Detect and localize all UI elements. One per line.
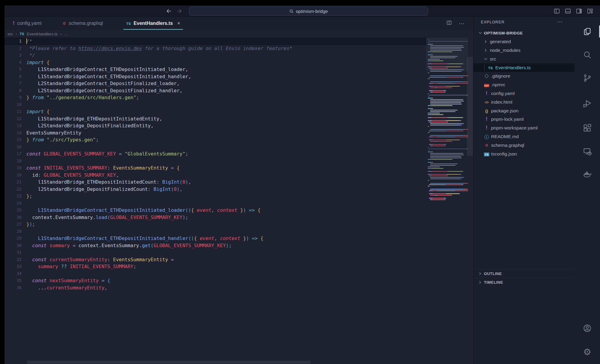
explorer-header: EXPLORER ⋯: [474, 17, 574, 27]
close-tab-icon[interactable]: ×: [177, 21, 180, 26]
code-line-16[interactable]: 16: [4, 144, 426, 151]
tree-file-package.json[interactable]: {}package.json: [474, 106, 574, 115]
tree-folder-src[interactable]: src: [474, 55, 574, 63]
nav-forward-icon[interactable]: [176, 8, 183, 14]
code-line-8[interactable]: 8 L2StandardBridgeContract_DepositFinali…: [4, 87, 426, 94]
tab-config.yaml[interactable]: !config.yaml: [8, 17, 47, 30]
search-icon[interactable]: [581, 48, 594, 61]
line-number: 8: [4, 87, 26, 94]
layout-customize-icon[interactable]: [587, 8, 593, 14]
vertical-scrollbar[interactable]: [467, 57, 473, 156]
source-control-icon[interactable]: [581, 71, 594, 84]
code-line-6[interactable]: 6 L1StandardBridgeContract_ETHDepositIni…: [4, 73, 426, 80]
code-line-28[interactable]: 28: [4, 228, 426, 235]
tab-schema.graphql[interactable]: ✡schema.graphql: [57, 17, 108, 30]
extensions-icon[interactable]: [581, 121, 594, 135]
tree-folder-generated[interactable]: generated: [474, 37, 574, 46]
tab-EventHandlers.ts[interactable]: TSEventHandlers.ts×: [121, 17, 186, 30]
tree-file-.npmrc[interactable]: npm.npmrc: [474, 81, 574, 89]
explorer-icon[interactable]: [581, 25, 594, 38]
code-line-12[interactable]: 12 L1StandardBridge_ETHDepositInitiatedE…: [4, 115, 426, 123]
code-line-34[interactable]: 34: [4, 270, 426, 277]
split-editor-icon[interactable]: [446, 20, 452, 27]
code-line-21[interactable]: 21 l1StandardBridge_ETHDepositInitiatedC…: [4, 179, 426, 186]
code-line-7[interactable]: 7 L2StandardBridgeContract_DepositFinali…: [4, 80, 426, 87]
tree-folder-node_modules[interactable]: node_modules: [474, 46, 574, 55]
line-number: 20: [4, 172, 26, 179]
breadcrumb-item[interactable]: EventHandlers.ts: [27, 32, 58, 36]
command-center-search[interactable]: optimism-bridge: [189, 7, 428, 16]
line-number: 29: [4, 235, 26, 242]
line-number: 7: [4, 80, 26, 87]
breadcrumb[interactable]: src›TSEventHandlers.ts›…: [4, 30, 473, 38]
code-line-33[interactable]: 33 summary ?? INITIAL_EVENTS_SUMMARY;: [4, 263, 426, 270]
tree-file-schema.graphql[interactable]: ✡schema.graphql: [474, 141, 574, 149]
code-line-2[interactable]: 2 *Please refer to https://docs.envio.de…: [4, 45, 426, 52]
tree-file-README.md[interactable]: iREADME.md: [474, 132, 574, 141]
line-number: 27: [4, 221, 26, 228]
line-content: /*: [26, 38, 32, 45]
section-label: OUTLINE: [484, 271, 502, 276]
code-line-1[interactable]: 1/*: [4, 38, 426, 45]
tree-file-config.yaml[interactable]: !config.yaml: [474, 89, 574, 98]
code-line-26[interactable]: 26 context.EventsSummary.load(GLOBAL_EVE…: [4, 214, 426, 221]
code-line-3[interactable]: 3 */: [4, 52, 426, 59]
code-line-17[interactable]: 17const GLOBAL_EVENTS_SUMMARY_KEY = "Glo…: [4, 150, 426, 158]
section-timeline[interactable]: TIMELINE: [474, 278, 574, 286]
code-editor[interactable]: 1/*2 *Please refer to https://docs.envio…: [4, 38, 473, 364]
tree-file-index.html[interactable]: <>index.html: [474, 98, 574, 106]
horizontal-scrollbar[interactable]: [27, 361, 310, 364]
panel-right-icon[interactable]: [576, 8, 582, 14]
code-line-35[interactable]: 35 const nextSummaryEntity = {: [4, 277, 426, 284]
code-line-4[interactable]: 4import {: [4, 59, 426, 66]
code-line-31[interactable]: 31: [4, 249, 426, 256]
breadcrumb-separator: ›: [16, 31, 17, 36]
tree-folder-OPTIMISM-BRIDGE[interactable]: OPTIMISM-BRIDGE: [474, 29, 574, 37]
code-line-18[interactable]: 18: [4, 158, 426, 165]
breadcrumb-item[interactable]: src: [8, 32, 13, 36]
code-line-19[interactable]: 19const INITIAL_EVENTS_SUMMARY: EventsSu…: [4, 164, 426, 172]
nav-back-icon[interactable]: [166, 8, 172, 14]
code-line-36[interactable]: 36 ...currentSummaryEntity,: [4, 284, 426, 291]
code-line-11[interactable]: 11import {: [4, 108, 426, 115]
panel-left-icon[interactable]: [554, 8, 560, 14]
account-icon[interactable]: [581, 321, 594, 335]
code-line-9[interactable]: 9} from "../generated/src/Handlers.gen";: [4, 94, 426, 101]
tree-file-EventHandlers.ts[interactable]: TSEventHandlers.ts: [474, 63, 574, 72]
ts-file-icon: TS: [20, 32, 24, 36]
code-line-5[interactable]: 5 L1StandardBridgeContract_ETHDepositIni…: [4, 66, 426, 73]
explorer-more-icon[interactable]: ⋯: [557, 19, 563, 25]
tree-file-pnpm-lock.yaml[interactable]: !pnpm-lock.yaml: [474, 115, 574, 124]
ts-file-icon: TS: [487, 65, 494, 70]
more-actions-icon[interactable]: ⋯: [459, 20, 465, 27]
breadcrumb-item[interactable]: …: [64, 32, 69, 36]
minimap[interactable]: [426, 38, 468, 223]
remote-explorer-icon[interactable]: [581, 145, 594, 158]
line-content: const INITIAL_EVENTS_SUMMARY: EventsSumm…: [26, 164, 180, 172]
code-line-25[interactable]: 25 L1StandardBridgeContract_ETHDepositIn…: [4, 207, 426, 214]
tree-file-.gitignore[interactable]: .gitignore: [474, 72, 574, 81]
section-outline[interactable]: OUTLINE: [474, 269, 574, 278]
line-content: const GLOBAL_EVENTS_SUMMARY_KEY = "Globa…: [26, 150, 188, 158]
code-line-22[interactable]: 22 l2StandardBridge_DepositFinalizedCoun…: [4, 186, 426, 193]
docker-icon[interactable]: [581, 168, 594, 181]
code-line-30[interactable]: 30 const summary = context.EventsSummary…: [4, 242, 426, 249]
code-line-29[interactable]: 29 L1StandardBridgeContract_ETHDepositIn…: [4, 235, 426, 242]
code-line-23[interactable]: 23};: [4, 193, 426, 200]
code-line-24[interactable]: 24: [4, 200, 426, 207]
code-line-10[interactable]: 10: [4, 101, 426, 108]
code-line-32[interactable]: 32 const currentSummaryEntity: EventsSum…: [4, 256, 426, 263]
settings-gear-icon[interactable]: ⚙: [581, 345, 594, 359]
code-line-15[interactable]: 15} from "./src/Types.gen";: [4, 136, 426, 144]
run-debug-icon[interactable]: [581, 97, 594, 110]
code-line-14[interactable]: 14EventsSummaryEntity: [4, 129, 426, 137]
tab-bar: !config.yaml✡schema.graphqlTSEventHandle…: [4, 17, 473, 30]
tree-file-pnpm-workspace.yaml[interactable]: !pnpm-workspace.yaml: [474, 124, 574, 132]
code-line-13[interactable]: 13 L2StandardBridge_DepositFinalizedEnti…: [4, 122, 426, 129]
code-line-20[interactable]: 20 id: GLOBAL_EVENTS_SUMMARY_KEY,: [4, 172, 426, 179]
line-content: const nextSummaryEntity = {: [26, 277, 110, 284]
panel-bottom-icon[interactable]: [565, 8, 571, 14]
line-content: context.EventsSummary.load(GLOBAL_EVENTS…: [26, 214, 188, 221]
code-line-27[interactable]: 27});: [4, 221, 426, 228]
tree-file-tsconfig.json[interactable]: TStsconfig.json: [474, 149, 574, 158]
